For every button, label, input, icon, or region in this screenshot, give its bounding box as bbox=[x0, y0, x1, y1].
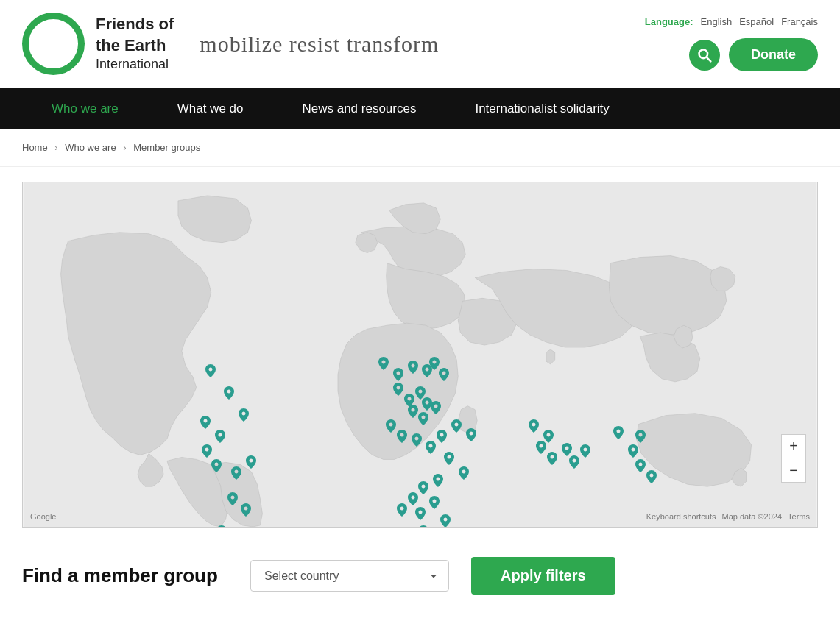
header-actions: Donate bbox=[689, 38, 818, 71]
main-nav: Who we are What we do News and resources… bbox=[0, 88, 840, 129]
header-right: Language: English Español Français Donat… bbox=[645, 16, 818, 71]
find-title: Find a member group bbox=[22, 564, 228, 587]
breadcrumb-current: Member groups bbox=[133, 142, 200, 153]
map-attribution-right: Keyboard shortcuts Map data ©2024 Terms bbox=[646, 512, 810, 521]
lang-francais[interactable]: Français bbox=[781, 16, 818, 27]
find-member-section: Find a member group Select countryArgent… bbox=[0, 542, 840, 609]
nav-who-we-are[interactable]: Who we are bbox=[22, 88, 148, 129]
language-bar: Language: English Español Français bbox=[645, 16, 818, 27]
breadcrumb-sep1: › bbox=[54, 142, 57, 153]
apply-filters-button[interactable]: Apply filters bbox=[471, 557, 615, 595]
site-header: Friends of the Earth International mobil… bbox=[0, 0, 840, 88]
zoom-in-button[interactable]: + bbox=[782, 435, 805, 458]
breadcrumb: Home › Who we are › Member groups bbox=[0, 129, 840, 167]
lang-english[interactable]: English bbox=[701, 16, 733, 27]
map-attribution-google: Google bbox=[30, 512, 56, 521]
keyboard-shortcuts: Keyboard shortcuts bbox=[646, 512, 716, 521]
world-map-svg bbox=[23, 182, 817, 527]
map-zoom-controls: + − bbox=[781, 434, 806, 483]
donate-button[interactable]: Donate bbox=[729, 38, 818, 71]
nav-solidarity[interactable]: Internationalist solidarity bbox=[445, 88, 638, 129]
logo-area: Friends of the Earth International mobil… bbox=[22, 13, 439, 75]
country-select[interactable]: Select countryArgentinaAustraliaBanglade… bbox=[250, 560, 449, 592]
svg-line-1 bbox=[707, 57, 710, 61]
zoom-out-button[interactable]: − bbox=[782, 458, 805, 482]
nav-news-resources[interactable]: News and resources bbox=[272, 88, 445, 129]
tagline: mobilize resist transform bbox=[200, 32, 439, 57]
org-name: Friends of the Earth International bbox=[96, 14, 174, 74]
lang-espanol[interactable]: Español bbox=[739, 16, 774, 27]
logo-circle bbox=[22, 13, 85, 75]
map-terms: Terms bbox=[788, 512, 810, 521]
map-data: Map data ©2024 bbox=[722, 512, 783, 521]
search-button[interactable] bbox=[689, 40, 720, 71]
world-map-container[interactable]: + − Google Keyboard shortcuts Map data ©… bbox=[22, 182, 818, 528]
breadcrumb-sep2: › bbox=[123, 142, 126, 153]
breadcrumb-home[interactable]: Home bbox=[22, 142, 48, 153]
language-label: Language: bbox=[645, 16, 693, 27]
breadcrumb-who-we-are[interactable]: Who we are bbox=[65, 142, 116, 153]
nav-what-we-do[interactable]: What we do bbox=[148, 88, 273, 129]
svg-point-0 bbox=[699, 49, 707, 58]
